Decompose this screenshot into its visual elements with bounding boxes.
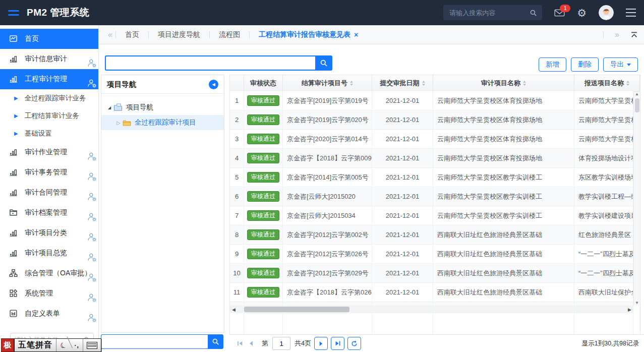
user-gear-icon[interactable] bbox=[87, 152, 97, 161]
search-icon[interactable] bbox=[530, 9, 537, 17]
tab-close-icon[interactable]: × bbox=[354, 31, 358, 38]
user-gear-icon[interactable] bbox=[87, 79, 97, 88]
user-gear-icon[interactable] bbox=[87, 192, 97, 201]
tab-2[interactable]: 项目进度导航 bbox=[149, 30, 209, 39]
user-gear-icon[interactable] bbox=[87, 293, 97, 302]
tree-node[interactable]: ◢项目导航 bbox=[101, 100, 224, 115]
sidebar-item[interactable]: 审计信息审计 bbox=[0, 49, 98, 69]
global-search[interactable] bbox=[443, 5, 542, 20]
add-button[interactable]: 新增 bbox=[539, 57, 566, 72]
ime-punctuation-icon[interactable]: ·, bbox=[71, 339, 83, 351]
avatar[interactable] bbox=[599, 5, 614, 20]
horizontal-scrollbar[interactable]: ◀ ▶ bbox=[230, 306, 633, 313]
sidebar-item-label: 审计项目总览 bbox=[25, 249, 67, 258]
ime-halfwidth-icon[interactable]: ☾ bbox=[54, 336, 73, 352]
user-gear-icon[interactable] bbox=[87, 313, 97, 322]
tabs-scroll-right-icon[interactable]: » bbox=[612, 30, 622, 39]
delete-button[interactable]: 删除 bbox=[571, 57, 599, 72]
scroll-right-icon[interactable]: ▶ bbox=[628, 307, 631, 312]
sidebar-item[interactable]: 自定义表单 bbox=[0, 304, 98, 324]
sort-icon[interactable] bbox=[350, 81, 353, 86]
last-page-button[interactable] bbox=[331, 337, 344, 350]
user-gear-icon[interactable] bbox=[87, 232, 97, 242]
sort-icon[interactable] bbox=[422, 81, 425, 86]
vertical-scrollbar[interactable]: ▲ ▼ bbox=[633, 92, 640, 306]
sidebar-subitem-label: 基础设置 bbox=[25, 129, 52, 138]
collapse-tabs-icon[interactable] bbox=[630, 32, 638, 38]
ime-logo-icon[interactable]: 极 bbox=[1, 338, 14, 352]
page-number-input[interactable] bbox=[272, 337, 290, 350]
table-row[interactable]: 7审核通过京金咨[云师大]20150342021-12-01云南师范大学呈贡校区… bbox=[230, 206, 633, 225]
user-gear-icon[interactable] bbox=[87, 253, 97, 262]
panel-collapse-icon[interactable]: ◀ bbox=[209, 80, 218, 89]
table-row[interactable]: 6审核通过京金咨[云师大]20150202021-12-01云南师范大学呈贡校区… bbox=[230, 187, 633, 206]
submit-date: 2021-12-01 bbox=[386, 173, 420, 181]
sidebar-item[interactable]: 审计作业管理 bbox=[0, 142, 98, 162]
table-query-input[interactable] bbox=[105, 55, 315, 71]
audit-name-cell: 云南师范大学呈贡校区体育投掷场地 bbox=[433, 110, 574, 129]
tabs-scroll-left-icon[interactable]: « bbox=[105, 30, 115, 39]
sidebar-item[interactable]: 审计档案管理 bbox=[0, 203, 98, 223]
column-header[interactable]: 结算审计项目号 bbox=[283, 75, 372, 91]
sidebar-item[interactable]: 审计事务管理 bbox=[0, 162, 98, 183]
user-gear-icon[interactable] bbox=[87, 212, 97, 221]
next-page-button[interactable] bbox=[314, 337, 328, 350]
table-row[interactable]: 8审核通过京金咨字[2012]云字第002号2021-12-01西南联大旧址红色… bbox=[230, 225, 633, 245]
scroll-up-icon[interactable]: ▲ bbox=[635, 92, 639, 97]
vertical-scroll-thumb[interactable] bbox=[635, 98, 639, 112]
sidebar-subitem[interactable]: ▶全过程跟踪审计业务 bbox=[0, 89, 98, 107]
sidebar-toggle-icon[interactable] bbox=[8, 10, 19, 16]
table-row[interactable]: 11审核通过京金咨字【2018】云字第026号2021-12-01西南联大旧址红… bbox=[230, 283, 633, 302]
project-tree-search-button[interactable] bbox=[208, 334, 223, 349]
table-row[interactable]: 1审核通过京金咨字[2019]云字第019号2021-12-01云南师范大学呈贡… bbox=[230, 91, 633, 110]
tab-1[interactable]: 首页 bbox=[116, 30, 148, 39]
collapsed-caret-icon[interactable]: ▷ bbox=[114, 120, 123, 126]
sidebar-item[interactable]: 审计项目总览 bbox=[0, 243, 98, 263]
sidebar-item[interactable]: 审计项目分类 bbox=[0, 223, 98, 243]
column-header[interactable]: 审计项目名称 bbox=[433, 75, 574, 91]
table-row[interactable]: 5审核通过京金咨字[2014]云字第005号2021-12-01云南师范大学呈贡… bbox=[230, 168, 633, 187]
global-search-input[interactable] bbox=[448, 9, 530, 17]
sidebar-item[interactable]: 审计合同管理 bbox=[0, 183, 98, 203]
tree-node[interactable]: ▷全过程跟踪审计项目 bbox=[101, 115, 224, 130]
table-row[interactable]: 3审核通过京金咨字[2020]云字第014号2021-12-01云南师范大学呈贡… bbox=[230, 130, 633, 149]
ime-mode-button[interactable]: 五笔拼音 bbox=[15, 339, 56, 351]
sidebar-subitem[interactable]: ▶基础设置 bbox=[0, 125, 98, 142]
sort-icon[interactable] bbox=[523, 81, 526, 86]
mail-icon[interactable]: 1 bbox=[554, 9, 565, 17]
export-button[interactable]: 导出 bbox=[603, 57, 638, 72]
user-gear-icon[interactable] bbox=[87, 172, 97, 181]
sidebar-item[interactable]: 首页 bbox=[0, 29, 98, 49]
table-row[interactable]: 2审核通过京金咨字[2019]云字第020号2021-12-01云南师范大学呈贡… bbox=[230, 110, 633, 130]
sidebar-subitem[interactable]: ▶工程结算审计业务 bbox=[0, 107, 98, 125]
scroll-left-icon[interactable]: ◀ bbox=[232, 307, 236, 312]
table-row[interactable]: 10审核通过京金咨字[2012]云字第029号2021-12-01西南联大旧址红… bbox=[230, 264, 633, 283]
prev-page-icon[interactable] bbox=[248, 340, 254, 346]
sidebar-item[interactable]: 工程审计管理 bbox=[0, 69, 98, 89]
expanded-caret-icon[interactable]: ◢ bbox=[105, 105, 113, 110]
table-query-search-button[interactable] bbox=[315, 55, 332, 71]
gear-icon[interactable]: ⚙ bbox=[577, 8, 587, 18]
sidebar-item[interactable]: 综合管理（OA审批） bbox=[0, 263, 98, 283]
ime-keyboard-icon[interactable] bbox=[83, 339, 101, 351]
sidebar-item[interactable]: 系统管理 bbox=[0, 283, 98, 304]
sidebar-item-label: 审计作业管理 bbox=[25, 148, 67, 157]
tab-3[interactable]: 流程图 bbox=[210, 30, 249, 39]
column-header[interactable]: 提交审批日期 bbox=[372, 75, 433, 91]
sort-icon[interactable] bbox=[626, 81, 629, 86]
tab-4[interactable]: 工程结算审计报告审核意见表× bbox=[250, 30, 367, 39]
column-header[interactable]: 报送项目名称 bbox=[574, 75, 640, 91]
hamburger-icon[interactable] bbox=[626, 9, 636, 17]
project-tree-search-input[interactable] bbox=[101, 334, 208, 349]
first-page-icon[interactable] bbox=[237, 340, 243, 346]
table-row[interactable]: 4审核通过京金咨字【2018】云字第009号2021-12-01云南师范大学呈贡… bbox=[230, 149, 633, 168]
triangle-right-icon: ▶ bbox=[14, 131, 18, 136]
user-gear-icon[interactable] bbox=[87, 58, 97, 68]
column-header[interactable]: 审核状态 bbox=[244, 75, 283, 91]
table-row[interactable]: 9审核通过京金咨字[2012]云字第026号2021-12-01西南联大旧址红色… bbox=[230, 245, 633, 264]
horizontal-scroll-thumb[interactable] bbox=[244, 307, 349, 312]
audit-name-cell: 云南师范大学呈贡校区体育投掷场地 bbox=[433, 91, 574, 110]
scroll-down-icon[interactable]: ▼ bbox=[635, 301, 639, 306]
refresh-button[interactable] bbox=[347, 337, 361, 350]
user-gear-icon[interactable] bbox=[87, 273, 97, 282]
